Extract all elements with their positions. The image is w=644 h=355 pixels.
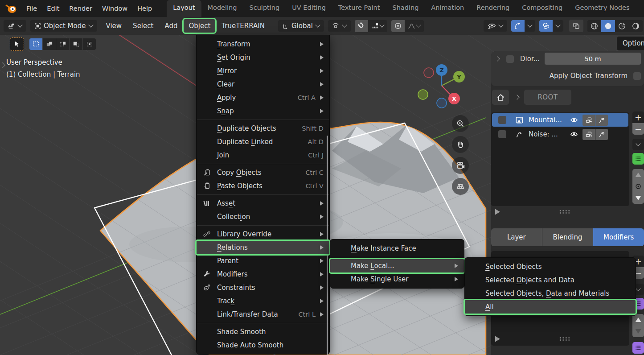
visibility-eye-icon[interactable]: [570, 116, 578, 124]
mode-dropdown[interactable]: Object Mode: [30, 20, 97, 32]
show-gizmo-toggle[interactable]: [511, 20, 525, 32]
navigation-gizmo[interactable]: Z Y X: [417, 62, 470, 111]
menu-item-clear[interactable]: Clear: [197, 78, 329, 91]
menu-item-join[interactable]: JoinCtrl J: [197, 149, 329, 162]
remove-item-button[interactable]: −: [632, 123, 644, 135]
snap-toggle[interactable]: [355, 20, 368, 32]
select-mode-intersect[interactable]: [83, 38, 96, 50]
toolbar-menu-view[interactable]: View: [101, 19, 127, 33]
menu-help[interactable]: Help: [132, 1, 157, 16]
pivot-point-dropdown[interactable]: [328, 20, 351, 32]
add-item-button[interactable]: +: [632, 111, 644, 123]
sidebar-tab-layer[interactable]: Layer: [491, 228, 542, 246]
layer-noodle-button[interactable]: [595, 129, 608, 140]
options-button[interactable]: Options: [617, 37, 644, 50]
sidebar-tab-blending[interactable]: Blending: [542, 228, 593, 246]
menu-item-modifiers[interactable]: Modifiers: [197, 268, 329, 281]
select-mode-tweak[interactable]: [29, 38, 42, 50]
select-tool-button[interactable]: [10, 37, 24, 51]
apply-transform-checkbox[interactable]: [633, 72, 641, 80]
menu-item-set-origin[interactable]: Set Origin: [197, 51, 329, 64]
breadcrumb-root[interactable]: ROOT: [524, 90, 571, 105]
workspace-tab-layout[interactable]: Layout: [167, 0, 201, 17]
expand-chevron-icon[interactable]: [495, 56, 500, 61]
camera-view-button[interactable]: [452, 157, 469, 174]
proportional-edit-toggle[interactable]: [391, 20, 405, 32]
menu-item-constraints[interactable]: Constraints: [197, 281, 329, 294]
property-checkbox[interactable]: [506, 55, 514, 63]
orientation-dropdown[interactable]: Global: [278, 20, 324, 32]
panel-collapse-icon[interactable]: [495, 209, 500, 215]
visibility-eye-icon[interactable]: [570, 130, 578, 138]
menu-item-relations[interactable]: Relations: [197, 241, 329, 254]
menu-item-make-local[interactable]: Make Local...: [330, 259, 464, 272]
toggle-grid-button[interactable]: [452, 178, 469, 195]
menu-item-shade-smooth[interactable]: Shade Smooth: [197, 325, 329, 338]
workspace-tab-modeling[interactable]: Modeling: [201, 0, 243, 17]
menu-item-mirror[interactable]: Mirror: [197, 64, 329, 78]
workspace-tab-sculpting[interactable]: Sculpting: [243, 0, 286, 17]
resize-grip-2[interactable]: [559, 337, 570, 341]
falloff-dropdown[interactable]: [405, 20, 424, 32]
toolbar-menu-object[interactable]: Object: [184, 19, 215, 33]
layer-extract-button[interactable]: [582, 129, 595, 140]
toolbar-menu-trueterrain[interactable]: TrueTERRAIN: [217, 19, 270, 33]
toolbar-menu-select[interactable]: Select: [128, 19, 158, 33]
xray-toggle[interactable]: [569, 20, 583, 32]
blender-logo-icon[interactable]: [5, 4, 17, 13]
rendered-shading-button[interactable]: [629, 20, 643, 32]
menu-render[interactable]: Render: [64, 1, 97, 16]
menu-edit[interactable]: Edit: [42, 1, 64, 16]
menu-item-copy-objects[interactable]: Copy ObjectsCtrl C: [197, 166, 329, 179]
menu-item-track[interactable]: Track: [197, 294, 329, 308]
workspace-tab-rendering[interactable]: Rendering: [470, 0, 516, 17]
workspace-tab-shading[interactable]: Shading: [386, 0, 425, 17]
workspace-tab-texture-paint[interactable]: Texture Paint: [332, 0, 386, 17]
layer-extract-button[interactable]: [582, 115, 595, 126]
menu-file[interactable]: File: [21, 1, 42, 16]
layer-checkbox[interactable]: [498, 130, 506, 138]
sidebar-tab-modifiers[interactable]: Modifiers: [593, 228, 644, 246]
property-value-slider[interactable]: 50 m: [545, 53, 641, 65]
layer-noodle-button[interactable]: [595, 115, 608, 126]
snap-with-dropdown[interactable]: [368, 20, 387, 32]
list-menu-button[interactable]: [632, 139, 644, 150]
workspace-tab-compositing[interactable]: Compositing: [516, 0, 569, 17]
menu-item-all[interactable]: All: [465, 300, 636, 314]
menu-item-parent[interactable]: Parent: [197, 254, 329, 268]
workspace-tab-geometry-nodes[interactable]: Geometry Nodes: [569, 0, 636, 17]
menu-item-transform[interactable]: Transform: [197, 37, 329, 51]
select-mode-new[interactable]: [43, 38, 56, 50]
menu-item-asset[interactable]: Asset: [197, 197, 329, 210]
isolate-button[interactable]: [632, 181, 644, 192]
workspace-tab-animation[interactable]: Animation: [425, 0, 470, 17]
menu-item-selected-objects-data-and-materials[interactable]: Selected Objects, Data and Materials: [465, 287, 636, 300]
material-shading-button[interactable]: [615, 20, 629, 32]
select-mode-subtract[interactable]: [70, 38, 82, 50]
layer-checkbox[interactable]: [498, 116, 506, 124]
menu-item-selected-objects-and-data[interactable]: Selected Objects and Data: [465, 273, 636, 287]
modifier-extra-button[interactable]: [632, 342, 644, 354]
resize-grip[interactable]: [559, 210, 570, 214]
menu-item-snap[interactable]: Snap: [197, 104, 329, 118]
menu-item-make-instance-face[interactable]: Make Instance Face: [330, 242, 464, 255]
modifier-down-button[interactable]: [632, 326, 644, 337]
show-overlays-toggle[interactable]: [539, 20, 553, 32]
menu-item-collection[interactable]: Collection: [197, 210, 329, 223]
select-mode-extend[interactable]: [56, 38, 69, 50]
menu-item-make-single-user[interactable]: Make Single User: [330, 272, 464, 286]
menu-item-library-override[interactable]: Library Override: [197, 227, 329, 241]
zoom-button[interactable]: [452, 115, 469, 132]
menu-item-duplicate-objects[interactable]: Duplicate ObjectsShift D: [197, 122, 329, 135]
panel-collapse-icon-2[interactable]: [495, 336, 500, 342]
gizmo-dropdown[interactable]: [525, 20, 535, 32]
menu-window[interactable]: Window: [97, 1, 132, 16]
menu-item-apply[interactable]: ApplyCtrl A: [197, 91, 329, 104]
layer-row-noise[interactable]: Noise: ...: [492, 128, 628, 141]
move-up-button[interactable]: [632, 169, 644, 181]
overlays-dropdown[interactable]: [553, 20, 563, 32]
solid-shading-button[interactable]: [601, 20, 615, 32]
layer-row-mountai[interactable]: Mountai...: [492, 113, 628, 127]
menu-item-selected-objects[interactable]: Selected Objects: [465, 260, 636, 273]
editor-type-dropdown[interactable]: [4, 20, 26, 32]
